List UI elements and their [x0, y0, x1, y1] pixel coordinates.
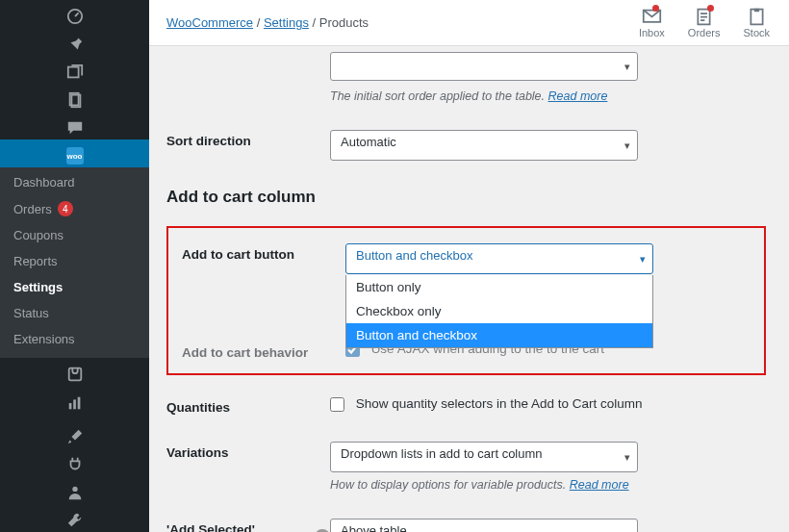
sidebar-item-dashboard[interactable]: Dashboard — [0, 0, 149, 28]
inbox-icon — [642, 7, 662, 27]
submenu-coupons[interactable]: Coupons — [0, 222, 149, 248]
row-quantities: Quantities Show quantity selectors in th… — [166, 396, 766, 415]
quantities-checkbox-wrap[interactable]: Show quantity selectors in the Add to Ca… — [330, 396, 643, 411]
orders-badge: 4 — [58, 201, 73, 216]
row-atc-button: Add to cart button Button and checkbox ▾… — [182, 243, 751, 274]
submenu-label: Status — [13, 306, 49, 320]
field-label: Quantities — [166, 396, 330, 415]
field-description: The initial sort order applied to the ta… — [330, 89, 766, 103]
initial-sort-select[interactable] — [330, 52, 638, 81]
media-icon — [66, 63, 84, 81]
atc-option-checkbox-only[interactable]: Checkbox only — [346, 299, 652, 323]
submenu-label: Dashboard — [13, 175, 75, 190]
svg-point-8 — [72, 486, 77, 491]
comment-icon — [66, 119, 84, 137]
submenu-dashboard[interactable]: Dashboard — [0, 169, 149, 195]
sidebar-item-pages[interactable]: Pages — [0, 84, 149, 112]
pin-icon — [66, 36, 84, 53]
read-more-link[interactable]: Read more — [570, 478, 629, 492]
icon-label: Orders — [688, 27, 721, 38]
sidebar-item-analytics[interactable]: Analytics — [0, 387, 149, 415]
svg-rect-5 — [68, 403, 71, 409]
row-add-selected-position: 'Add Selected' position ? Above table ▾ … — [166, 519, 766, 532]
svg-rect-11 — [754, 9, 759, 13]
highlight-box: Add to cart button Button and checkbox ▾… — [166, 226, 766, 375]
breadcrumb: WooCommerce / Settings / Products — [166, 15, 369, 30]
user-icon — [66, 484, 84, 501]
cart-icon — [66, 366, 84, 383]
row-initial-sort: ▾ The initial sort order applied to the … — [166, 52, 766, 103]
page-icon — [66, 91, 84, 109]
sidebar-item-users[interactable]: Users — [0, 476, 149, 504]
atc-option-button-checkbox[interactable]: Button and checkbox — [346, 323, 652, 347]
sidebar-item-comments[interactable]: Comments — [0, 112, 149, 139]
submenu-label: Reports — [13, 254, 58, 268]
svg-rect-1 — [67, 67, 78, 78]
section-title: Add to cart column — [166, 188, 766, 207]
atc-button-select[interactable]: Button and checkbox — [345, 243, 653, 274]
submenu-reports[interactable]: Reports — [0, 248, 149, 274]
submenu-settings[interactable]: Settings — [0, 274, 149, 300]
breadcrumb-settings[interactable]: Settings — [264, 15, 309, 30]
field-label: Add to cart button — [182, 243, 345, 262]
sidebar-item-posts[interactable]: Posts — [0, 28, 149, 56]
read-more-link[interactable]: Read more — [548, 89, 608, 103]
sidebar-item-tools[interactable]: Tools — [0, 504, 149, 532]
submenu-extensions[interactable]: Extensions — [0, 326, 149, 352]
svg-rect-7 — [77, 396, 80, 409]
sort-direction-select[interactable]: Automatic — [330, 130, 638, 161]
sidebar-item-woocommerce[interactable]: woo WooCommerce — [0, 139, 149, 167]
breadcrumb-products: Products — [319, 15, 369, 30]
settings-content: ▾ The initial sort order applied to the … — [149, 46, 789, 532]
chart-icon — [66, 394, 84, 412]
field-label: Sort direction — [166, 130, 330, 148]
topbar-icons: Inbox Orders Stock — [639, 7, 770, 38]
notification-dot — [652, 5, 659, 12]
submenu-orders[interactable]: Orders4 — [0, 195, 149, 222]
icon-label: Inbox — [639, 27, 665, 38]
field-label: Variations — [166, 442, 330, 460]
submenu-label: Settings — [13, 280, 63, 294]
atc-button-dropdown: Button only Checkbox only Button and che… — [345, 275, 653, 348]
topbar: WooCommerce / Settings / Products Inbox … — [149, 0, 789, 46]
field-label — [166, 52, 330, 56]
field-label: 'Add Selected' position ? — [166, 519, 330, 532]
submenu-label: Coupons — [13, 228, 64, 242]
svg-rect-6 — [73, 399, 76, 409]
sidebar-item-products[interactable]: Products — [0, 358, 149, 386]
tool-icon — [66, 512, 84, 529]
submenu-status[interactable]: Status — [0, 300, 149, 326]
main-area: WooCommerce / Settings / Products Inbox … — [149, 0, 789, 532]
orders-button[interactable]: Orders — [688, 7, 721, 38]
submenu-label: Extensions — [13, 332, 75, 346]
variations-select[interactable]: Dropdown lists in add to cart column — [330, 442, 638, 472]
breadcrumb-woocommerce[interactable]: WooCommerce — [166, 15, 253, 30]
admin-sidebar: Dashboard Posts Media Pages Comments woo… — [0, 0, 149, 532]
submenu-label: Orders — [13, 202, 52, 216]
row-variations: Variations Dropdown lists in add to cart… — [166, 442, 766, 492]
field-description: How to display options for variable prod… — [330, 478, 766, 492]
atc-option-button-only[interactable]: Button only — [346, 275, 652, 299]
add-selected-position-select[interactable]: Above table — [330, 519, 638, 532]
stock-button[interactable]: Stock — [743, 7, 770, 38]
row-sort-direction: Sort direction Automatic ▾ — [166, 130, 766, 161]
checkbox-label: Show quantity selectors in the Add to Ca… — [356, 396, 643, 411]
quantities-checkbox[interactable] — [330, 397, 344, 412]
icon-label: Stock — [743, 27, 770, 38]
sidebar-item-appearance[interactable]: Appearance — [0, 420, 149, 448]
inbox-button[interactable]: Inbox — [639, 7, 665, 38]
woocommerce-icon: woo — [66, 147, 84, 165]
stock-icon — [747, 7, 767, 27]
dashboard-icon — [66, 8, 84, 25]
sidebar-item-media[interactable]: Media — [0, 56, 149, 84]
brush-icon — [66, 428, 84, 445]
sidebar-item-plugins[interactable]: Plugins 2 — [0, 448, 149, 476]
plug-icon — [66, 456, 84, 473]
woocommerce-submenu: Dashboard Orders4 Coupons Reports Settin… — [0, 167, 149, 358]
field-label: Add to cart behavior — [182, 342, 345, 360]
